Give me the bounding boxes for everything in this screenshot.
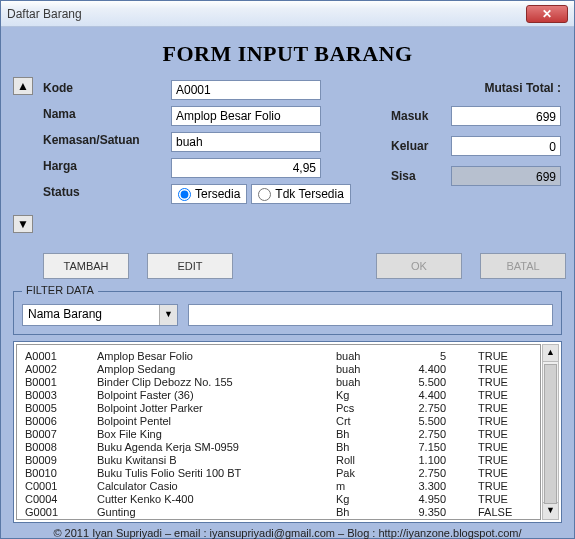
table-row[interactable]: B0001Binder Clip Debozz No. 155buah5.500…: [23, 375, 534, 388]
cell-satuan: Roll: [334, 453, 396, 466]
sisa-label: Sisa: [391, 169, 451, 183]
cell-satuan: Crt: [334, 414, 396, 427]
table-row[interactable]: B0010Buku Tulis Folio Seriti 100 BTPak2.…: [23, 466, 534, 479]
table-row[interactable]: C0004Cutter Kenko K-400Kg4.950TRUE: [23, 492, 534, 505]
scroll-thumb[interactable]: [544, 364, 557, 504]
data-list-panel: A0001Amplop Besar Foliobuah5TRUEA0002Amp…: [13, 341, 562, 523]
edit-button[interactable]: EDIT: [147, 253, 233, 279]
filter-field-combo[interactable]: Nama Barang ▼: [22, 304, 178, 326]
scroll-up-button[interactable]: ▲: [543, 345, 558, 362]
harga-input[interactable]: [171, 158, 321, 178]
table-row[interactable]: A0001Amplop Besar Foliobuah5TRUE: [23, 349, 534, 362]
cell-nama: Buku Agenda Kerja SM-0959: [95, 440, 334, 453]
cell-kode: A0002: [23, 362, 95, 375]
cell-nama: Buku Kwitansi B: [95, 453, 334, 466]
status-tersedia-option[interactable]: Tersedia: [171, 184, 247, 204]
cell-status: TRUE: [476, 492, 534, 505]
table-row[interactable]: B0007Box File KingBh2.750TRUE: [23, 427, 534, 440]
keluar-label: Keluar: [391, 139, 451, 153]
cell-harga: 5: [396, 349, 476, 362]
cell-nama: Calculator Casio: [95, 479, 334, 492]
cell-status: TRUE: [476, 375, 534, 388]
cell-harga: 4.950: [396, 492, 476, 505]
scroll-down-button[interactable]: ▼: [543, 502, 558, 519]
scroll-track[interactable]: [543, 362, 558, 502]
status-tdktersedia-label: Tdk Tersedia: [275, 187, 343, 201]
mutasi-title: Mutasi Total :: [391, 77, 561, 103]
form-area: ▲ ▼ Kode Nama Kemasan/Satuan Harga Statu…: [9, 77, 566, 245]
cell-status: TRUE: [476, 388, 534, 401]
cell-status: TRUE: [476, 414, 534, 427]
cell-nama: Cutter Kenko K-400: [95, 492, 334, 505]
table-row[interactable]: B0009Buku Kwitansi BRoll1.100TRUE: [23, 453, 534, 466]
chevron-down-icon[interactable]: ▼: [159, 305, 177, 325]
table-row[interactable]: B0003Bolpoint Faster (36)Kg4.400TRUE: [23, 388, 534, 401]
status-label: Status: [43, 181, 163, 207]
cell-satuan: buah: [334, 375, 396, 388]
cell-kode: B0009: [23, 453, 95, 466]
cell-satuan: buah: [334, 362, 396, 375]
cell-kode: C0004: [23, 492, 95, 505]
masuk-label: Masuk: [391, 109, 451, 123]
client-area: FORM INPUT BARANG ▲ ▼ Kode Nama Kemasan/…: [1, 27, 574, 538]
kode-input[interactable]: [171, 80, 321, 100]
form-inputs: Tersedia Tdk Tersedia: [171, 77, 351, 207]
nama-input[interactable]: [171, 106, 321, 126]
cell-satuan: Bh: [334, 440, 396, 453]
list-scrollbar[interactable]: ▲ ▼: [542, 344, 559, 520]
cell-nama: Amplop Sedang: [95, 362, 334, 375]
batal-button[interactable]: BATAL: [480, 253, 566, 279]
window-title: Daftar Barang: [7, 7, 526, 21]
cell-harga: 2.750: [396, 427, 476, 440]
cell-harga: 1.100: [396, 453, 476, 466]
nama-label: Nama: [43, 103, 163, 129]
record-next-button[interactable]: ▼: [13, 215, 33, 233]
filter-field-value: Nama Barang: [23, 305, 159, 325]
cell-harga: 5.500: [396, 414, 476, 427]
table-row[interactable]: C0001Calculator Casiom3.300TRUE: [23, 479, 534, 492]
table-row[interactable]: G0001GuntingBh9.350FALSE: [23, 505, 534, 518]
table-row[interactable]: B0006Bolpoint PentelCrt5.500TRUE: [23, 414, 534, 427]
cell-satuan: Kg: [334, 492, 396, 505]
cell-nama: Bolpoint Faster (36): [95, 388, 334, 401]
status-tdktersedia-option[interactable]: Tdk Tersedia: [251, 184, 350, 204]
close-button[interactable]: ✕: [526, 5, 568, 23]
cell-status: TRUE: [476, 479, 534, 492]
app-window: Daftar Barang ✕ FORM INPUT BARANG ▲ ▼ Ko…: [0, 0, 575, 539]
kemasan-input[interactable]: [171, 132, 321, 152]
form-labels: Kode Nama Kemasan/Satuan Harga Status: [43, 77, 163, 207]
filter-legend: FILTER DATA: [22, 284, 98, 296]
cell-harga: 7.150: [396, 440, 476, 453]
table-row[interactable]: B0008Buku Agenda Kerja SM-0959Bh7.150TRU…: [23, 440, 534, 453]
filter-panel: FILTER DATA Nama Barang ▼: [13, 291, 562, 335]
status-tersedia-radio[interactable]: [178, 188, 191, 201]
cell-status: TRUE: [476, 349, 534, 362]
ok-button[interactable]: OK: [376, 253, 462, 279]
cell-harga: 2.750: [396, 466, 476, 479]
cell-harga: 5.500: [396, 375, 476, 388]
cell-kode: C0001: [23, 479, 95, 492]
table-row[interactable]: B0005Bolpoint Jotter ParkerPcs2.750TRUE: [23, 401, 534, 414]
button-row: TAMBAH EDIT OK BATAL: [9, 251, 566, 281]
cell-nama: Binder Clip Debozz No. 155: [95, 375, 334, 388]
mutasi-panel: Mutasi Total : Masuk 699 Keluar 0 Sisa 6…: [391, 77, 561, 189]
kode-label: Kode: [43, 77, 163, 103]
cell-kode: B0010: [23, 466, 95, 479]
cell-kode: B0001: [23, 375, 95, 388]
cell-satuan: Bh: [334, 505, 396, 518]
close-icon: ✕: [542, 7, 552, 21]
cell-kode: B0008: [23, 440, 95, 453]
chevron-up-icon: ▲: [17, 79, 29, 93]
cell-nama: Bolpoint Jotter Parker: [95, 401, 334, 414]
cell-kode: B0006: [23, 414, 95, 427]
cell-status: TRUE: [476, 362, 534, 375]
tambah-button[interactable]: TAMBAH: [43, 253, 129, 279]
status-tdktersedia-radio[interactable]: [258, 188, 271, 201]
cell-kode: A0001: [23, 349, 95, 362]
cell-status: TRUE: [476, 440, 534, 453]
data-listbox[interactable]: A0001Amplop Besar Foliobuah5TRUEA0002Amp…: [16, 344, 541, 520]
record-prev-button[interactable]: ▲: [13, 77, 33, 95]
cell-harga: 4.400: [396, 388, 476, 401]
table-row[interactable]: A0002Amplop Sedangbuah4.400TRUE: [23, 362, 534, 375]
filter-text-input[interactable]: [188, 304, 553, 326]
